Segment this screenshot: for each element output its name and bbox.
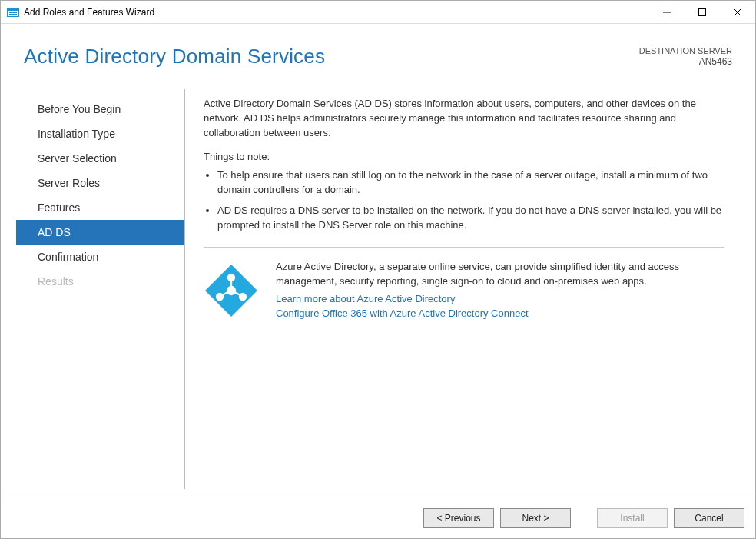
intro-text: Active Directory Domain Services (AD DS)… — [204, 97, 724, 141]
cancel-button[interactable]: Cancel — [674, 508, 744, 528]
close-button[interactable] — [720, 1, 755, 23]
maximize-button[interactable] — [685, 1, 720, 23]
sidebar-item-before-you-begin[interactable]: Before You Begin — [16, 97, 184, 121]
note-item: AD DS requires a DNS server to be instal… — [217, 204, 724, 233]
divider — [204, 247, 724, 248]
destination-block: DESTINATION SERVER AN5463 — [639, 45, 732, 68]
azure-ad-icon — [204, 263, 259, 318]
footer: < Previous Next > Install Cancel — [1, 497, 755, 538]
notes-list: To help ensure that users can still log … — [204, 168, 724, 232]
sidebar-item-confirmation[interactable]: Confirmation — [16, 245, 184, 269]
destination-label: DESTINATION SERVER — [639, 45, 732, 56]
note-item: To help ensure that users can still log … — [217, 168, 724, 198]
previous-button[interactable]: < Previous — [423, 508, 494, 528]
link-configure-o365-aad-connect[interactable]: Configure Office 365 with Azure Active D… — [276, 308, 724, 319]
app-icon — [7, 6, 19, 18]
body: Before You Begin Installation Type Serve… — [1, 89, 755, 497]
content-panel: Active Directory Domain Services (AD DS)… — [185, 89, 748, 489]
link-learn-more-azure-ad[interactable]: Learn more about Azure Active Directory — [276, 293, 724, 304]
svg-point-11 — [228, 274, 234, 281]
azure-info-text: Azure Active Directory, a separate onlin… — [276, 260, 724, 289]
install-button: Install — [597, 508, 668, 528]
sidebar-item-ad-ds[interactable]: AD DS — [16, 220, 184, 245]
sidebar-item-server-selection[interactable]: Server Selection — [16, 146, 184, 171]
svg-rect-6 — [699, 8, 706, 15]
minimize-button[interactable] — [649, 1, 685, 23]
next-button[interactable]: Next > — [500, 508, 571, 528]
sidebar-item-server-roles[interactable]: Server Roles — [16, 171, 184, 195]
svg-rect-4 — [9, 14, 17, 15]
sidebar-item-installation-type[interactable]: Installation Type — [16, 121, 184, 146]
info-row: Azure Active Directory, a separate onlin… — [204, 260, 724, 323]
info-text: Azure Active Directory, a separate onlin… — [276, 260, 724, 323]
wizard-window: Add Roles and Features Wizard Active Dir… — [0, 0, 756, 539]
svg-rect-2 — [8, 8, 18, 11]
window-controls — [649, 1, 755, 23]
notes-heading: Things to note: — [204, 150, 724, 165]
window-title: Add Roles and Features Wizard — [24, 7, 649, 18]
destination-name: AN5463 — [639, 56, 732, 68]
header: Active Directory Domain Services DESTINA… — [1, 24, 755, 89]
svg-point-10 — [227, 287, 235, 294]
sidebar: Before You Begin Installation Type Serve… — [16, 89, 185, 489]
sidebar-item-features[interactable]: Features — [16, 195, 184, 220]
sidebar-item-results: Results — [16, 269, 184, 294]
page-title: Active Directory Domain Services — [24, 45, 325, 68]
svg-rect-3 — [9, 12, 17, 13]
titlebar: Add Roles and Features Wizard — [1, 1, 755, 24]
